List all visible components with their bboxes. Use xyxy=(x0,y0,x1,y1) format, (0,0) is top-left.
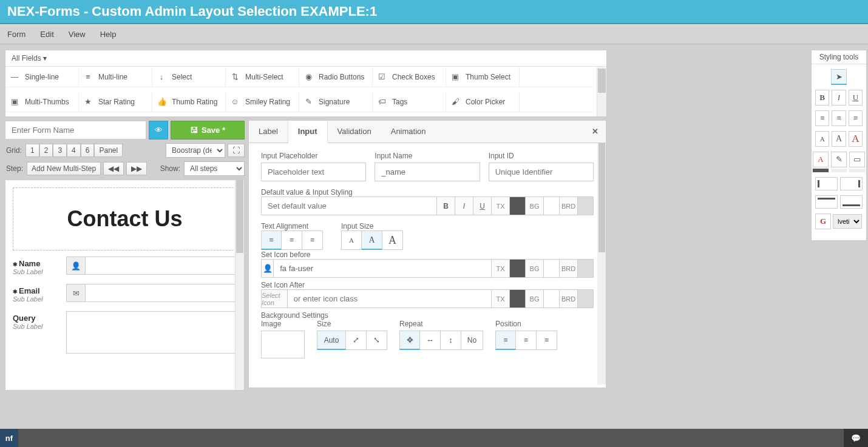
menu-form[interactable]: Form xyxy=(7,30,25,39)
bg-pos-right[interactable]: ≡ xyxy=(537,331,557,350)
form-canvas[interactable]: Contact Us NameSub Label👤EmailSub Label✉… xyxy=(5,180,245,391)
bg-repeat-none[interactable]: No xyxy=(461,331,483,350)
field-radio-buttons[interactable]: ◉Radio Buttons xyxy=(299,67,373,87)
field-smiley-rating[interactable]: ☺Smiley Rating xyxy=(226,92,299,112)
field-color-picker[interactable]: 🖌Color Picker xyxy=(446,92,520,112)
save-button[interactable]: 🖫Save * xyxy=(171,121,245,139)
bg-size-auto[interactable]: Auto xyxy=(317,331,346,350)
bold-tool[interactable]: B xyxy=(815,90,829,106)
default-value-input[interactable] xyxy=(261,197,437,215)
icon-after-brd-swatch[interactable] xyxy=(578,289,594,308)
tab-label[interactable]: Label xyxy=(249,121,288,143)
grid-btn-panel[interactable]: Panel xyxy=(94,144,123,157)
font-medium-tool[interactable]: A xyxy=(832,131,846,147)
field-star-rating[interactable]: ★Star Rating xyxy=(79,92,152,112)
grid-btn-2[interactable]: 2 xyxy=(39,144,53,157)
icon-before-input[interactable] xyxy=(274,259,492,278)
font-family-select[interactable]: lvetica xyxy=(833,214,862,229)
field-signature[interactable]: ✎Signature xyxy=(299,92,373,112)
bg-pos-center[interactable]: ≡ xyxy=(516,331,537,350)
menu-edit[interactable]: Edit xyxy=(40,30,53,39)
text-color-tool[interactable]: A xyxy=(813,152,829,167)
field-thumb-select[interactable]: ▣Thumb Select xyxy=(446,67,520,87)
fill-color-tool[interactable]: ✎ xyxy=(831,152,847,167)
text-input[interactable] xyxy=(86,257,237,275)
close-icon[interactable]: ✕ xyxy=(592,127,598,136)
align-left-button[interactable]: ≡ xyxy=(261,230,282,250)
preview-button[interactable]: 👁 xyxy=(149,121,168,139)
align-left-tool[interactable]: ≡ xyxy=(815,110,829,126)
theme-select[interactable]: Boostrap (defa xyxy=(166,143,225,158)
align-right-tool[interactable]: ≡ xyxy=(849,110,863,126)
google-fonts-button[interactable]: G xyxy=(815,213,831,229)
bg-pos-left[interactable]: ≡ xyxy=(495,331,516,350)
bg-color-swatch[interactable] xyxy=(544,197,560,215)
bg-image-well[interactable] xyxy=(261,331,305,358)
icon-before-tx-swatch[interactable] xyxy=(510,259,526,278)
text-input[interactable] xyxy=(86,284,237,302)
props-scrollbar[interactable] xyxy=(597,143,606,385)
field-thumb-rating[interactable]: 👍Thumb Rating xyxy=(152,92,226,112)
fullscreen-button[interactable]: ⛶ xyxy=(228,144,245,157)
italic-tool[interactable]: I xyxy=(832,90,846,106)
align-center-tool[interactable]: ≡ xyxy=(832,110,846,126)
icon-after-input[interactable] xyxy=(288,289,492,308)
align-right-button[interactable]: ≡ xyxy=(302,230,323,250)
add-step-button[interactable]: Add New Multi-Step xyxy=(27,162,101,175)
menu-help[interactable]: Help xyxy=(100,30,117,39)
field-single-line[interactable]: —Single-line xyxy=(5,67,79,87)
form-field-email[interactable]: EmailSub Label✉ xyxy=(13,284,237,303)
form-field-name[interactable]: NameSub Label👤 xyxy=(13,257,237,275)
bg-repeat-both[interactable]: ✥ xyxy=(399,331,420,350)
field-multi-thumbs[interactable]: ▣Multi-Thumbs xyxy=(5,92,79,112)
form-field-query[interactable]: QuerySub Label xyxy=(13,311,237,354)
grid-btn-3[interactable]: 3 xyxy=(53,144,67,157)
border-bottom-tool[interactable] xyxy=(840,195,863,209)
show-select[interactable]: All steps xyxy=(184,161,245,176)
icon-before-brd-swatch[interactable] xyxy=(578,259,594,278)
bold-button[interactable]: B xyxy=(437,197,455,215)
input-id-field[interactable] xyxy=(489,163,594,181)
border-color-tool[interactable]: ▭ xyxy=(849,152,865,167)
icon-before-bg-swatch[interactable] xyxy=(544,259,560,278)
step-next-button[interactable]: ▶▶ xyxy=(126,162,147,175)
size-large-button[interactable]: A xyxy=(382,230,403,250)
canvas-scrollbar[interactable] xyxy=(235,180,244,390)
pointer-tool-icon[interactable]: ➤ xyxy=(831,69,847,85)
field-tags[interactable]: 🏷Tags xyxy=(373,92,446,112)
input-name-field[interactable] xyxy=(375,163,480,181)
bg-size-cover[interactable]: ⤡ xyxy=(367,331,387,350)
placeholder-input[interactable] xyxy=(261,163,366,181)
text-color-swatch[interactable] xyxy=(510,197,526,215)
font-small-tool[interactable]: A xyxy=(815,131,829,147)
tab-validation[interactable]: Validation xyxy=(328,121,381,143)
icon-after-bg-swatch[interactable] xyxy=(544,289,560,308)
underline-button[interactable]: U xyxy=(473,197,492,215)
icon-after-tx-swatch[interactable] xyxy=(510,289,526,308)
step-prev-button[interactable]: ◀◀ xyxy=(103,162,124,175)
icon-before-preview[interactable]: 👤 xyxy=(261,259,274,278)
align-center-button[interactable]: ≡ xyxy=(282,230,302,250)
border-left-tool[interactable] xyxy=(815,177,838,190)
grid-btn-6[interactable]: 6 xyxy=(81,144,95,157)
field-select[interactable]: ↓Select xyxy=(152,67,226,87)
grid-btn-4[interactable]: 4 xyxy=(67,144,81,157)
bg-size-contain[interactable]: ⤢ xyxy=(346,331,367,350)
border-color-swatch[interactable] xyxy=(578,197,594,215)
tab-input[interactable]: Input xyxy=(288,121,328,143)
chat-icon[interactable]: 💬 xyxy=(844,429,868,447)
textarea-input[interactable] xyxy=(66,311,237,354)
size-medium-button[interactable]: A xyxy=(362,230,382,250)
menu-view[interactable]: View xyxy=(69,30,86,39)
fields-scrollbar[interactable] xyxy=(597,67,606,116)
border-top-tool[interactable] xyxy=(815,195,838,209)
icon-after-select[interactable]: Select Icon xyxy=(261,289,288,308)
field-multi-select[interactable]: ⇅Multi-Select xyxy=(226,67,299,87)
tab-animation[interactable]: Animation xyxy=(381,121,436,143)
bg-repeat-y[interactable]: ↕ xyxy=(441,331,461,350)
fields-dropdown[interactable]: All Fields ▾ xyxy=(5,50,606,67)
bg-repeat-x[interactable]: ↔ xyxy=(420,331,441,350)
italic-button[interactable]: I xyxy=(455,197,473,215)
font-large-tool[interactable]: A xyxy=(849,131,863,147)
border-right-tool[interactable] xyxy=(840,177,863,190)
